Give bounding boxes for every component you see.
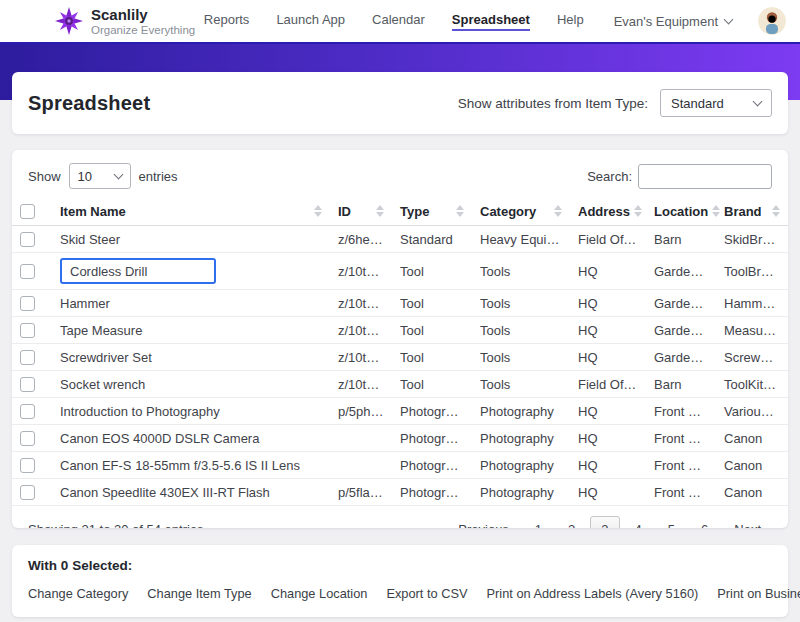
app-header: Scanlily Organize Everything ReportsLaun… (0, 0, 800, 42)
item-name-cell[interactable]: Skid Steer (52, 226, 330, 253)
location-cell: Garden Shed (646, 253, 716, 290)
column-header-id[interactable]: ID (330, 198, 392, 226)
sort-icon[interactable] (772, 205, 780, 217)
sort-icon[interactable] (634, 205, 642, 217)
item-name-cell[interactable]: Canon Speedlite 430EX III-RT Flash (52, 479, 330, 506)
table-info: Showing 21 to 30 of 54 entries (28, 522, 204, 528)
item-name-cell[interactable]: Canon EOS 4000D DSLR Camera (52, 425, 330, 452)
item-name-cell[interactable]: Canon EF-S 18-55mm f/3.5-5.6 IS II Lens (52, 452, 330, 479)
nav-link-spreadsheet[interactable]: Spreadsheet (452, 12, 530, 31)
pagination-page-3[interactable]: 3 (590, 516, 619, 528)
column-header-category[interactable]: Category (472, 198, 570, 226)
item-name-edit-input[interactable] (60, 258, 216, 284)
location-cell: Front Office (646, 479, 716, 506)
workspace-name: Evan's Equipment (614, 14, 718, 29)
search-input[interactable] (638, 164, 772, 189)
id-cell: z/10tool2 (330, 290, 392, 317)
category-cell: Photography (472, 425, 570, 452)
type-cell: Tool (392, 371, 472, 398)
spreadsheet-table-card: Show 10 entries Search: Item NameIDTypeC… (12, 150, 788, 528)
row-checkbox[interactable] (20, 485, 35, 500)
row-checkbox[interactable] (20, 350, 35, 365)
address-cell: HQ (570, 398, 646, 425)
sort-icon[interactable] (314, 205, 322, 217)
nav-link-launch-app[interactable]: Launch App (276, 12, 345, 31)
chevron-down-icon (753, 97, 763, 107)
table-row: Tape Measurez/10tool3ToolToolsHQGarden S… (12, 317, 788, 344)
column-header-address[interactable]: Address (570, 198, 646, 226)
row-checkbox[interactable] (20, 431, 35, 446)
row-checkbox[interactable] (20, 323, 35, 338)
item-name-cell[interactable]: Introduction to Photography (52, 398, 330, 425)
category-cell: Photography (472, 479, 570, 506)
brand[interactable]: Scanlily Organize Everything (55, 6, 195, 35)
entries-label: entries (139, 169, 178, 184)
sort-icon[interactable] (712, 205, 720, 217)
column-header-brand[interactable]: Brand (716, 198, 788, 226)
id-cell (330, 452, 392, 479)
nav-link-reports[interactable]: Reports (204, 12, 250, 31)
row-checkbox[interactable] (20, 458, 35, 473)
type-cell: Photography (392, 452, 472, 479)
item-type-select[interactable]: Standard (660, 89, 772, 117)
table-row: Socket wrenchz/10tool5ToolToolsField Off… (12, 371, 788, 398)
row-checkbox[interactable] (20, 232, 35, 247)
address-cell: HQ (570, 290, 646, 317)
page-length-select[interactable]: 10 (69, 163, 131, 189)
type-cell: Tool (392, 344, 472, 371)
item-name-cell[interactable]: Hammer (52, 290, 330, 317)
row-checkbox[interactable] (20, 264, 35, 279)
column-header-location[interactable]: Location (646, 198, 716, 226)
bulk-action-export-to-csv[interactable]: Export to CSV (386, 586, 467, 601)
pagination-page-6[interactable]: 6 (690, 516, 719, 528)
chevron-down-icon (113, 170, 123, 180)
column-header-item-name[interactable]: Item Name (52, 198, 330, 226)
bulk-action-print-on-address-labels-avery-5160[interactable]: Print on Address Labels (Avery 5160) (487, 586, 699, 601)
sort-icon[interactable] (456, 205, 464, 217)
bulk-selected-title: With 0 Selected: (28, 558, 772, 573)
type-cell: Tool (392, 317, 472, 344)
item-name-cell[interactable]: Screwdriver Set (52, 344, 330, 371)
type-cell: Standard (392, 226, 472, 253)
nav-link-calendar[interactable]: Calendar (372, 12, 425, 31)
avatar[interactable] (758, 7, 786, 35)
pagination-next[interactable]: Next (723, 516, 772, 528)
address-cell: HQ (570, 425, 646, 452)
nav-link-help[interactable]: Help (557, 12, 584, 31)
bulk-action-change-location[interactable]: Change Location (271, 586, 368, 601)
type-cell: Photography (392, 479, 472, 506)
brand-cell: HammerBrand (716, 290, 788, 317)
item-name-cell[interactable]: Socket wrench (52, 371, 330, 398)
pagination-page-4[interactable]: 4 (624, 516, 653, 528)
pagination-page-2[interactable]: 2 (557, 516, 586, 528)
address-cell: HQ (570, 317, 646, 344)
id-cell (330, 425, 392, 452)
table-row: Skid Steerz/6heskidStandardHeavy Equipme… (12, 226, 788, 253)
row-checkbox[interactable] (20, 377, 35, 392)
column-header-type[interactable]: Type (392, 198, 472, 226)
pagination-page-5[interactable]: 5 (657, 516, 686, 528)
select-all-checkbox[interactable] (20, 204, 35, 219)
brand-cell: Various Brands (716, 398, 788, 425)
type-cell: Photography (392, 425, 472, 452)
location-cell: Front Office (646, 425, 716, 452)
pagination-page-1[interactable]: 1 (524, 516, 553, 528)
bulk-actions: Change CategoryChange Item TypeChange Lo… (28, 586, 772, 601)
bulk-action-change-item-type[interactable]: Change Item Type (147, 586, 251, 601)
table-row: Canon EF-S 18-55mm f/3.5-5.6 IS II LensP… (12, 452, 788, 479)
location-cell: Front Office (646, 452, 716, 479)
search-label: Search: (587, 169, 632, 184)
bulk-action-change-category[interactable]: Change Category (28, 586, 128, 601)
sort-icon[interactable] (554, 205, 562, 217)
row-checkbox[interactable] (20, 296, 35, 311)
pagination: Previous123456Next (447, 516, 772, 528)
location-cell: Garden Shed (646, 317, 716, 344)
address-cell: Field Office (570, 371, 646, 398)
bulk-action-print-on-business-card-labels-avery-8877[interactable]: Print on Business Card Labels (Avery 887… (717, 586, 800, 601)
pagination-previous[interactable]: Previous (447, 516, 520, 528)
sort-icon[interactable] (376, 205, 384, 217)
address-cell: HQ (570, 452, 646, 479)
workspace-selector[interactable]: Evan's Equipment (614, 14, 732, 29)
item-name-cell[interactable]: Tape Measure (52, 317, 330, 344)
row-checkbox[interactable] (20, 404, 35, 419)
